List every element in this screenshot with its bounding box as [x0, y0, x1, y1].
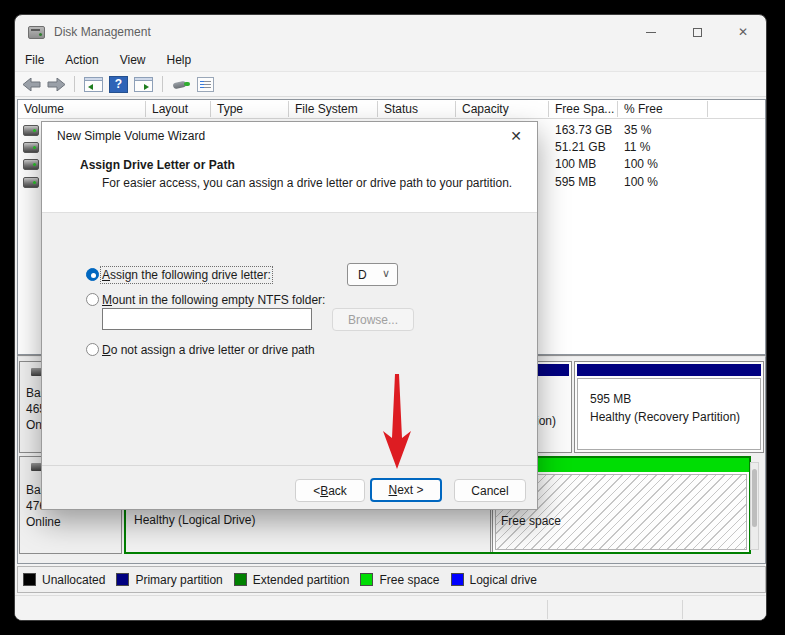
free-space-label: Free space [501, 514, 561, 528]
unallocated-swatch [23, 573, 36, 586]
menu-bar: File Action View Help [15, 49, 766, 71]
rescan-disks-icon[interactable] [172, 77, 191, 92]
legend-label: Unallocated [42, 573, 105, 587]
dialog-heading: Assign Drive Letter or Path [80, 158, 235, 172]
legend-label: Logical drive [470, 573, 537, 587]
legend-item-unallocated: Unallocated [23, 573, 105, 587]
recovery-status: Healthy (Recovery Partition) [590, 410, 740, 424]
window-controls: ✕ [628, 15, 766, 49]
legend-bar: Unallocated Primary partition Extended p… [17, 566, 766, 593]
scrollbar-thumb[interactable] [752, 469, 757, 527]
screenshot-stage: Disk Management ✕ File Action View Help … [0, 0, 785, 635]
action-pane-icon[interactable] [134, 77, 153, 92]
radio-assign-drive-letter-label[interactable]: Assign the following drive letter: [102, 268, 271, 282]
maximize-icon [693, 28, 702, 37]
disk-management-app-icon [28, 26, 45, 39]
legend-label: Primary partition [135, 573, 222, 587]
drive-letter-value: D [358, 268, 367, 282]
primary-partition-bar [577, 364, 761, 376]
partition-label-fragment: ion) [536, 414, 556, 428]
percent-free-value: 35 % [624, 123, 651, 137]
menu-file[interactable]: File [25, 53, 44, 67]
minimize-icon [646, 32, 656, 33]
recovery-partition-cell[interactable]: 595 MB Healthy (Recovery Partition) [574, 361, 764, 453]
legend-item-logical-drive: Logical drive [451, 573, 537, 587]
radio-mount-ntfs-folder-label[interactable]: Mount in the following empty NTFS folder… [102, 293, 325, 307]
disk2-status: Online [26, 515, 61, 529]
toolbar: ? [15, 71, 766, 97]
free-space-value: 163.73 GB [555, 123, 612, 137]
browse-button[interactable]: Browse... [332, 308, 414, 331]
dialog-subheading: For easier access, you can assign a driv… [102, 176, 512, 190]
free-space-swatch [360, 573, 373, 586]
volume-icon [23, 142, 39, 153]
col-capacity[interactable]: Capacity [462, 102, 509, 116]
legend-label: Free space [379, 573, 439, 587]
col-file-system[interactable]: File System [295, 102, 358, 116]
col-status[interactable]: Status [384, 102, 418, 116]
col-pct-free[interactable]: % Free [624, 102, 663, 116]
volume-icon [23, 125, 39, 136]
status-bar [15, 595, 766, 621]
back-icon[interactable] [23, 78, 41, 91]
annotation-arrow-icon [381, 374, 413, 470]
close-icon: ✕ [738, 25, 748, 39]
menu-view[interactable]: View [120, 53, 146, 67]
properties-icon[interactable] [197, 77, 214, 92]
drive-letter-select[interactable]: D ∨ [347, 263, 398, 286]
radio-no-drive-letter-label[interactable]: Do not assign a drive letter or drive pa… [102, 343, 315, 357]
dialog-header: Assign Drive Letter or Path For easier a… [42, 149, 537, 213]
dialog-close-button[interactable]: ✕ [505, 125, 527, 147]
logical-drive-swatch [451, 573, 464, 586]
dialog-title-bar: New Simple Volume Wizard ✕ [42, 122, 537, 149]
status-separator [547, 600, 548, 619]
recovery-size: 595 MB [590, 392, 631, 406]
disk-management-window: Disk Management ✕ File Action View Help … [14, 14, 767, 621]
percent-free-value: 11 % [624, 140, 650, 154]
vertical-scrollbar[interactable] [750, 462, 759, 550]
radio-no-drive-letter[interactable] [86, 343, 99, 356]
forward-icon[interactable] [47, 78, 65, 91]
window-title: Disk Management [54, 25, 151, 39]
maximize-button[interactable] [674, 15, 720, 49]
radio-mount-ntfs-folder[interactable] [86, 293, 99, 306]
toolbar-separator [74, 76, 75, 92]
legend-item-extended-partition: Extended partition [234, 573, 350, 587]
status-separator [682, 600, 683, 619]
minimize-button[interactable] [628, 15, 674, 49]
console-tree-icon[interactable] [84, 77, 103, 92]
menu-action[interactable]: Action [65, 53, 98, 67]
free-space-value: 595 MB [555, 175, 596, 189]
percent-free-value: 100 % [624, 175, 658, 189]
cancel-button[interactable]: Cancel [454, 479, 526, 502]
volume-list-header: Volume Layout Type File System Status Ca… [18, 100, 765, 119]
col-layout[interactable]: Layout [152, 102, 188, 116]
col-type[interactable]: Type [217, 102, 243, 116]
legend-item-free-space: Free space [360, 573, 439, 587]
extended-partition-swatch [234, 573, 247, 586]
radio-assign-drive-letter[interactable] [86, 268, 99, 281]
toolbar-separator [162, 76, 163, 92]
volume-icon [23, 177, 39, 188]
ntfs-folder-input[interactable] [102, 308, 312, 330]
col-volume[interactable]: Volume [24, 102, 64, 116]
dialog-footer-separator [42, 465, 537, 466]
col-free-space[interactable]: Free Spa... [555, 102, 614, 116]
free-space-value: 100 MB [555, 157, 596, 171]
dialog-title: New Simple Volume Wizard [57, 129, 205, 143]
logical-drive-label: Healthy (Logical Drive) [134, 513, 255, 527]
percent-free-value: 100 % [624, 157, 658, 171]
new-simple-volume-wizard-dialog: New Simple Volume Wizard ✕ Assign Drive … [41, 121, 538, 510]
free-space-value: 51.21 GB [555, 140, 606, 154]
menu-help[interactable]: Help [167, 53, 192, 67]
legend-label: Extended partition [253, 573, 350, 587]
next-button[interactable]: Next > [370, 478, 442, 502]
help-icon[interactable]: ? [109, 76, 128, 93]
volume-icon [23, 159, 39, 170]
chevron-down-icon: ∨ [382, 267, 390, 280]
back-button[interactable]: < Back [295, 479, 365, 502]
close-button[interactable]: ✕ [720, 15, 766, 49]
primary-partition-swatch [116, 573, 129, 586]
title-bar: Disk Management ✕ [15, 15, 766, 49]
legend-item-primary-partition: Primary partition [116, 573, 222, 587]
